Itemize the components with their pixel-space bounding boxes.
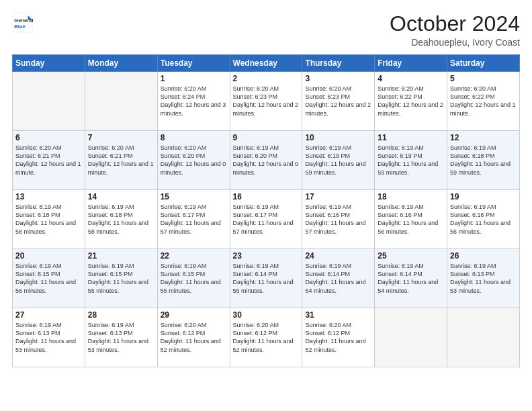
svg-text:Blue: Blue: [14, 24, 25, 30]
cell-text: Sunrise: 6:19 AM Sunset: 6:13 PM Dayligh…: [15, 321, 82, 354]
day-number: 17: [305, 192, 371, 201]
cell-text: Sunrise: 6:19 AM Sunset: 6:14 PM Dayligh…: [378, 262, 444, 295]
calendar-week-5: 27Sunrise: 6:19 AM Sunset: 6:13 PM Dayli…: [13, 308, 520, 367]
calendar-cell: 16Sunrise: 6:19 AM Sunset: 6:17 PM Dayli…: [230, 190, 302, 249]
day-number: 15: [161, 192, 227, 201]
day-number: 21: [88, 251, 154, 261]
cell-text: Sunrise: 6:19 AM Sunset: 6:19 PM Dayligh…: [378, 144, 444, 177]
calendar-week-1: 1Sunrise: 6:20 AM Sunset: 6:24 PM Daylig…: [13, 72, 520, 131]
day-number: 23: [233, 251, 300, 261]
cell-text: Sunrise: 6:19 AM Sunset: 6:13 PM Dayligh…: [450, 262, 517, 295]
weekday-header-saturday: Saturday: [447, 55, 520, 72]
calendar-cell: [85, 72, 157, 131]
day-number: 14: [88, 192, 154, 201]
day-number: 10: [305, 133, 371, 142]
calendar-cell: 9Sunrise: 6:19 AM Sunset: 6:20 PM Daylig…: [230, 131, 302, 190]
weekday-header-sunday: Sunday: [13, 55, 85, 72]
cell-text: Sunrise: 6:19 AM Sunset: 6:18 PM Dayligh…: [450, 144, 517, 177]
day-number: 5: [450, 74, 517, 83]
weekday-header-monday: Monday: [85, 55, 157, 72]
calendar-cell: 19Sunrise: 6:19 AM Sunset: 6:16 PM Dayli…: [447, 190, 520, 249]
calendar: SundayMondayTuesdayWednesdayThursdayFrid…: [12, 54, 520, 367]
weekday-header-wednesday: Wednesday: [230, 55, 302, 72]
calendar-cell: 29Sunrise: 6:20 AM Sunset: 6:12 PM Dayli…: [157, 308, 230, 367]
day-number: 3: [305, 74, 371, 83]
day-number: 9: [233, 133, 300, 142]
calendar-cell: 12Sunrise: 6:19 AM Sunset: 6:18 PM Dayli…: [447, 131, 520, 190]
calendar-cell: 5Sunrise: 6:20 AM Sunset: 6:22 PM Daylig…: [447, 72, 520, 131]
cell-text: Sunrise: 6:19 AM Sunset: 6:17 PM Dayligh…: [233, 203, 300, 236]
calendar-cell: 1Sunrise: 6:20 AM Sunset: 6:24 PM Daylig…: [157, 72, 230, 131]
day-number: 13: [15, 192, 82, 201]
day-number: 28: [88, 310, 154, 320]
cell-text: Sunrise: 6:20 AM Sunset: 6:23 PM Dayligh…: [233, 85, 300, 118]
calendar-cell: 6Sunrise: 6:20 AM Sunset: 6:21 PM Daylig…: [13, 131, 85, 190]
day-number: 12: [450, 133, 517, 142]
calendar-cell: 10Sunrise: 6:19 AM Sunset: 6:19 PM Dayli…: [302, 131, 375, 190]
cell-text: Sunrise: 6:19 AM Sunset: 6:20 PM Dayligh…: [233, 144, 300, 177]
cell-text: Sunrise: 6:20 AM Sunset: 6:22 PM Dayligh…: [378, 85, 444, 118]
calendar-cell: 21Sunrise: 6:19 AM Sunset: 6:15 PM Dayli…: [85, 249, 157, 308]
cell-text: Sunrise: 6:20 AM Sunset: 6:21 PM Dayligh…: [88, 144, 154, 177]
calendar-cell: 30Sunrise: 6:20 AM Sunset: 6:12 PM Dayli…: [230, 308, 302, 367]
cell-text: Sunrise: 6:20 AM Sunset: 6:12 PM Dayligh…: [305, 321, 371, 354]
calendar-cell: 27Sunrise: 6:19 AM Sunset: 6:13 PM Dayli…: [13, 308, 85, 367]
calendar-week-3: 13Sunrise: 6:19 AM Sunset: 6:18 PM Dayli…: [13, 190, 520, 249]
cell-text: Sunrise: 6:19 AM Sunset: 6:15 PM Dayligh…: [15, 262, 82, 295]
calendar-cell: 14Sunrise: 6:19 AM Sunset: 6:18 PM Dayli…: [85, 190, 157, 249]
calendar-cell: 24Sunrise: 6:19 AM Sunset: 6:14 PM Dayli…: [302, 249, 375, 308]
cell-text: Sunrise: 6:20 AM Sunset: 6:12 PM Dayligh…: [161, 321, 227, 354]
cell-text: Sunrise: 6:19 AM Sunset: 6:14 PM Dayligh…: [305, 262, 371, 295]
calendar-cell: 26Sunrise: 6:19 AM Sunset: 6:13 PM Dayli…: [447, 249, 520, 308]
day-number: 2: [233, 74, 300, 83]
cell-text: Sunrise: 6:19 AM Sunset: 6:18 PM Dayligh…: [88, 203, 154, 236]
cell-text: Sunrise: 6:19 AM Sunset: 6:16 PM Dayligh…: [378, 203, 444, 236]
cell-text: Sunrise: 6:19 AM Sunset: 6:18 PM Dayligh…: [15, 203, 82, 236]
cell-text: Sunrise: 6:19 AM Sunset: 6:16 PM Dayligh…: [450, 203, 517, 236]
day-number: 16: [233, 192, 300, 201]
month-title: October 2024: [390, 12, 520, 36]
logo-icon: General Blue: [12, 12, 34, 34]
day-number: 24: [305, 251, 371, 261]
day-number: 19: [450, 192, 517, 201]
cell-text: Sunrise: 6:19 AM Sunset: 6:15 PM Dayligh…: [161, 262, 227, 295]
cell-text: Sunrise: 6:20 AM Sunset: 6:12 PM Dayligh…: [233, 321, 300, 354]
title-block: October 2024 Deahouepleu, Ivory Coast: [390, 12, 520, 48]
day-number: 6: [15, 133, 82, 142]
calendar-cell: 4Sunrise: 6:20 AM Sunset: 6:22 PM Daylig…: [375, 72, 447, 131]
calendar-cell: 22Sunrise: 6:19 AM Sunset: 6:15 PM Dayli…: [157, 249, 230, 308]
day-number: 20: [15, 251, 82, 261]
location-subtitle: Deahouepleu, Ivory Coast: [390, 37, 520, 48]
cell-text: Sunrise: 6:20 AM Sunset: 6:24 PM Dayligh…: [161, 85, 227, 118]
calendar-cell: 7Sunrise: 6:20 AM Sunset: 6:21 PM Daylig…: [85, 131, 157, 190]
header: General Blue October 2024 Deahouepleu, I…: [12, 12, 520, 48]
calendar-week-2: 6Sunrise: 6:20 AM Sunset: 6:21 PM Daylig…: [13, 131, 520, 190]
cell-text: Sunrise: 6:19 AM Sunset: 6:13 PM Dayligh…: [88, 321, 154, 354]
day-number: 25: [378, 251, 444, 261]
weekday-header-friday: Friday: [375, 55, 447, 72]
day-number: 4: [378, 74, 444, 83]
calendar-cell: 8Sunrise: 6:20 AM Sunset: 6:20 PM Daylig…: [157, 131, 230, 190]
day-number: 11: [378, 133, 444, 142]
day-number: 27: [15, 310, 82, 320]
calendar-cell: 28Sunrise: 6:19 AM Sunset: 6:13 PM Dayli…: [85, 308, 157, 367]
calendar-cell: 23Sunrise: 6:19 AM Sunset: 6:14 PM Dayli…: [230, 249, 302, 308]
day-number: 7: [88, 133, 154, 142]
cell-text: Sunrise: 6:20 AM Sunset: 6:20 PM Dayligh…: [161, 144, 227, 177]
calendar-cell: 25Sunrise: 6:19 AM Sunset: 6:14 PM Dayli…: [375, 249, 447, 308]
day-number: 29: [161, 310, 227, 320]
calendar-cell: 11Sunrise: 6:19 AM Sunset: 6:19 PM Dayli…: [375, 131, 447, 190]
page: General Blue October 2024 Deahouepleu, I…: [0, 0, 532, 411]
calendar-cell: 31Sunrise: 6:20 AM Sunset: 6:12 PM Dayli…: [302, 308, 375, 367]
day-number: 26: [450, 251, 517, 261]
weekday-header-row: SundayMondayTuesdayWednesdayThursdayFrid…: [13, 55, 520, 72]
calendar-cell: 3Sunrise: 6:20 AM Sunset: 6:23 PM Daylig…: [302, 72, 375, 131]
calendar-cell: 20Sunrise: 6:19 AM Sunset: 6:15 PM Dayli…: [13, 249, 85, 308]
weekday-header-thursday: Thursday: [302, 55, 375, 72]
day-number: 30: [233, 310, 300, 320]
calendar-cell: [375, 308, 447, 367]
calendar-cell: 17Sunrise: 6:19 AM Sunset: 6:16 PM Dayli…: [302, 190, 375, 249]
calendar-cell: 18Sunrise: 6:19 AM Sunset: 6:16 PM Dayli…: [375, 190, 447, 249]
day-number: 18: [378, 192, 444, 201]
cell-text: Sunrise: 6:19 AM Sunset: 6:16 PM Dayligh…: [305, 203, 371, 236]
